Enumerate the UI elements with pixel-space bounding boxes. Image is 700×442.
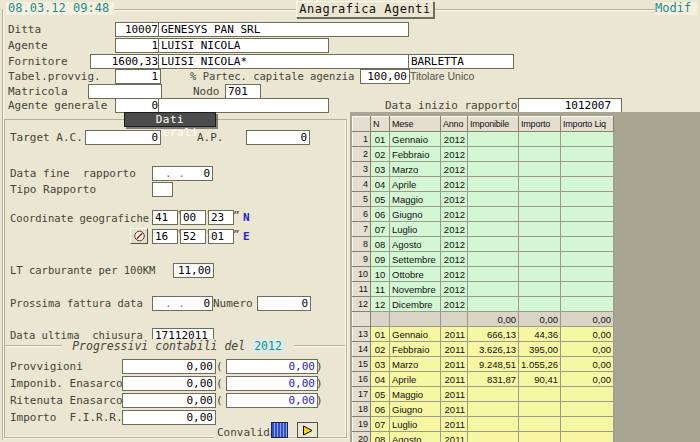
cell-mese[interactable]: Maggio xyxy=(390,387,441,402)
cell-importo[interactable]: 1.055,26 xyxy=(519,357,561,372)
cell-n[interactable]: 04 xyxy=(371,177,390,192)
cell-n[interactable]: 03 xyxy=(371,162,390,177)
cell-anno[interactable]: 2012 xyxy=(441,252,468,267)
cell-importo-liq[interactable] xyxy=(560,432,613,442)
cell-imponibile[interactable] xyxy=(468,177,519,192)
column-header-importo[interactable]: Importo xyxy=(519,117,561,132)
cell-imponibile[interactable] xyxy=(468,147,519,162)
column-header-n[interactable]: N xyxy=(371,117,390,132)
row-number[interactable]: 10 xyxy=(353,267,371,282)
ditta-name-field[interactable]: GENESYS PAN SRL xyxy=(158,22,409,37)
cell-mese[interactable]: Gennaio xyxy=(390,132,441,147)
cell-importo-liq[interactable] xyxy=(560,192,613,207)
lat-min-field[interactable]: 00 xyxy=(180,210,206,225)
lon-deg-field[interactable]: 16 xyxy=(152,229,178,244)
ritenuta-enasarco-paren-field[interactable]: 0,00 xyxy=(226,393,318,408)
cell-anno[interactable]: 2011 xyxy=(441,342,468,357)
cell-mese[interactable]: Giugno xyxy=(390,207,441,222)
cell-n[interactable]: 02 xyxy=(371,342,390,357)
importo-firr-field[interactable]: 0,00 xyxy=(122,410,216,425)
cell-n[interactable]: 05 xyxy=(371,387,390,402)
provvigioni-field[interactable]: 0,00 xyxy=(122,359,216,374)
row-number[interactable]: 1 xyxy=(353,132,371,147)
cell-n[interactable]: 08 xyxy=(371,432,390,442)
cell-n[interactable]: 04 xyxy=(371,372,390,387)
provvigioni-paren-field[interactable]: 0,00 xyxy=(226,359,318,374)
cell-imponibile[interactable]: 9.248,51 xyxy=(468,357,519,372)
cell-importo[interactable] xyxy=(519,432,561,442)
cell-anno[interactable]: 2011 xyxy=(441,357,468,372)
cell-n[interactable]: 06 xyxy=(371,402,390,417)
cell-mese[interactable]: Aprile xyxy=(390,177,441,192)
cell-mese[interactable]: Ottobre xyxy=(390,267,441,282)
cell-anno[interactable]: 2012 xyxy=(441,267,468,282)
cell-imponibile[interactable] xyxy=(468,402,519,417)
cell-anno[interactable]: 2012 xyxy=(441,222,468,237)
column-header-importo-liq[interactable]: Importo Liq xyxy=(560,117,613,132)
cell-imponibile[interactable] xyxy=(468,237,519,252)
cell-mese[interactable]: Febbraio xyxy=(390,147,441,162)
cell-importo[interactable]: 395,00 xyxy=(519,342,561,357)
cell-n[interactable]: 01 xyxy=(371,132,390,147)
cell-mese[interactable]: Maggio xyxy=(390,192,441,207)
row-number[interactable]: 8 xyxy=(353,237,371,252)
cell-importo[interactable] xyxy=(519,237,561,252)
row-number[interactable]: 15 xyxy=(353,357,371,372)
cell-importo[interactable] xyxy=(519,417,561,432)
convalida-run-button[interactable] xyxy=(297,422,318,438)
row-number[interactable]: 20 xyxy=(353,432,371,442)
cell-n[interactable]: 12 xyxy=(371,297,390,312)
cell-imponibile[interactable]: 831,87 xyxy=(468,372,519,387)
cell-anno[interactable]: 2011 xyxy=(441,372,468,387)
convalida-toggle-button[interactable] xyxy=(271,422,288,438)
cell-importo[interactable]: 44,36 xyxy=(519,327,561,342)
row-number[interactable]: 5 xyxy=(353,192,371,207)
tipo-rapporto-field[interactable] xyxy=(152,182,173,197)
cell-anno[interactable]: 2012 xyxy=(441,162,468,177)
row-number[interactable]: 3 xyxy=(353,162,371,177)
cell-importo-liq[interactable] xyxy=(560,237,613,252)
cell-importo-liq[interactable] xyxy=(560,297,613,312)
cell-importo-liq[interactable]: 0,00 xyxy=(560,327,613,342)
cell-n[interactable]: 07 xyxy=(371,417,390,432)
cell-importo[interactable] xyxy=(519,147,561,162)
cell-importo[interactable]: 90,41 xyxy=(519,372,561,387)
column-header-rownum[interactable] xyxy=(353,117,371,132)
cell-importo-liq[interactable] xyxy=(560,222,613,237)
data-fine-field[interactable]: . . 0 xyxy=(152,166,213,181)
cell-anno[interactable]: 2011 xyxy=(441,402,468,417)
imponib-enasarco-field[interactable]: 0,00 xyxy=(122,376,216,391)
row-number[interactable]: 7 xyxy=(353,222,371,237)
page-title[interactable]: Anagrafica Agenti xyxy=(296,1,434,18)
ditta-code-field[interactable]: 10007 xyxy=(115,22,161,37)
cell-importo[interactable] xyxy=(519,222,561,237)
cell-importo[interactable] xyxy=(519,192,561,207)
row-number[interactable]: 9 xyxy=(353,252,371,267)
cell-mese[interactable]: Febbraio xyxy=(390,342,441,357)
dati-generali-button[interactable]: Dati generali xyxy=(124,112,216,127)
cell-mese[interactable]: Marzo xyxy=(390,162,441,177)
row-number[interactable]: 17 xyxy=(353,387,371,402)
cell-anno[interactable]: 2012 xyxy=(441,207,468,222)
lat-sec-field[interactable]: 23 xyxy=(208,210,234,225)
cell-imponibile[interactable] xyxy=(468,162,519,177)
numero-field[interactable]: 0 xyxy=(257,296,311,311)
cell-n[interactable]: 07 xyxy=(371,222,390,237)
cell-importo[interactable] xyxy=(519,177,561,192)
cell-n[interactable]: 01 xyxy=(371,327,390,342)
cell-anno[interactable]: 2012 xyxy=(441,147,468,162)
cell-anno[interactable]: 2011 xyxy=(441,327,468,342)
cell-anno[interactable]: 2012 xyxy=(441,177,468,192)
cell-imponibile[interactable] xyxy=(468,297,519,312)
row-number[interactable]: 12 xyxy=(353,297,371,312)
fornitore-code-field[interactable]: 1600,33 xyxy=(90,54,161,69)
cell-n[interactable]: 06 xyxy=(371,207,390,222)
cell-n[interactable]: 02 xyxy=(371,147,390,162)
partec-field[interactable]: 100,00 xyxy=(360,69,410,84)
cell-importo-liq[interactable] xyxy=(560,207,613,222)
tabel-provvig-field[interactable]: 1 xyxy=(115,69,161,84)
agente-generale-code-field[interactable]: 0 xyxy=(115,98,161,113)
cell-imponibile[interactable] xyxy=(468,282,519,297)
cell-imponibile[interactable]: 3.626,13 xyxy=(468,342,519,357)
cell-anno[interactable]: 2011 xyxy=(441,432,468,442)
